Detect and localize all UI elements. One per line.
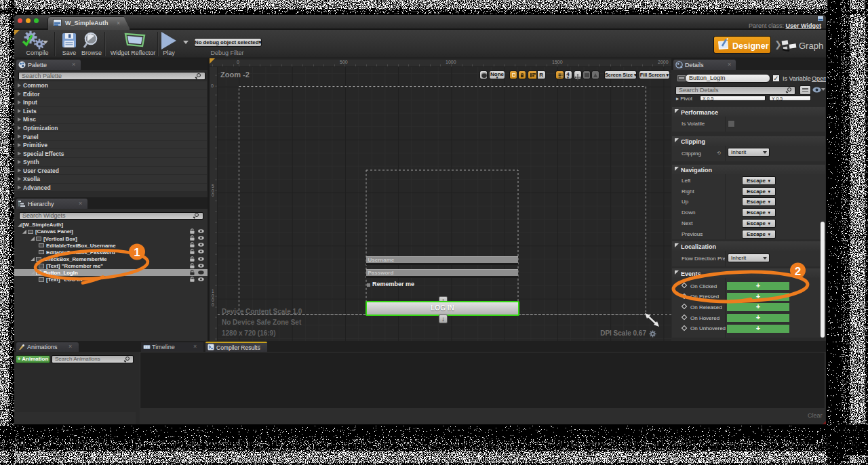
svg-text:1: 1 (134, 246, 140, 259)
svg-text:2: 2 (795, 265, 801, 278)
